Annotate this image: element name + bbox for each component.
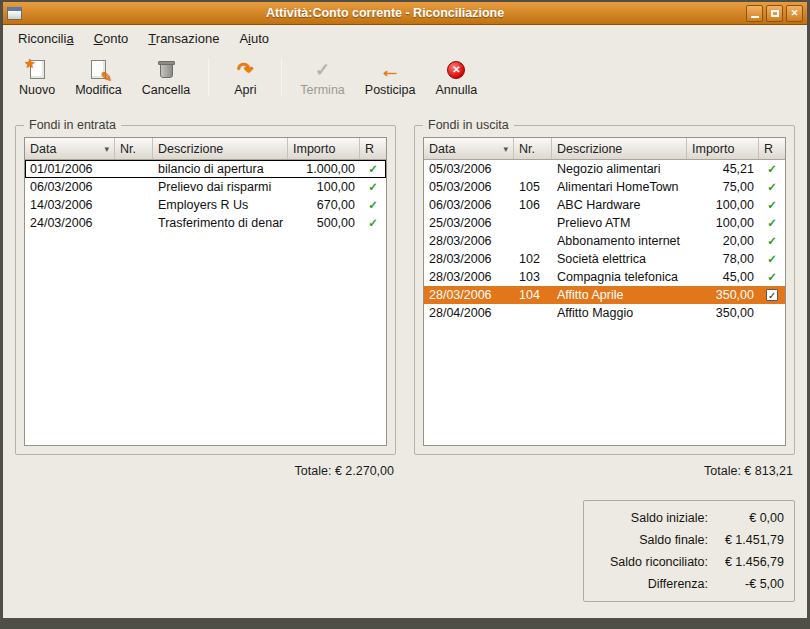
window-frame: Attività:Conto corrente - Riconciliazion… <box>0 0 810 629</box>
titlebar[interactable]: Attività:Conto corrente - Riconciliazion… <box>3 2 807 25</box>
cell-amount: 670,00 <box>288 198 360 212</box>
summary-value: € 1.451,79 <box>714 533 784 547</box>
column-header-description[interactable]: Descrizione <box>552 138 687 159</box>
table-row[interactable]: 28/03/2006 102 Società elettrica 78,00 ✓ <box>424 250 785 268</box>
trash-icon <box>154 58 178 82</box>
cell-date: 05/03/2006 <box>424 180 514 194</box>
new-button-label: Nuovo <box>19 83 55 97</box>
column-header-date[interactable]: Data▾ <box>25 138 115 159</box>
column-header-amount[interactable]: Importo <box>288 138 360 159</box>
check-icon: ✓ <box>368 199 378 211</box>
main-content: Fondi in entrata Data▾ Nr. Descrizione I… <box>3 103 807 618</box>
summary-label: Saldo riconciliato: <box>594 555 708 569</box>
cell-date: 28/03/2006 <box>424 234 514 248</box>
close-button[interactable]: ✕ <box>786 5 803 22</box>
minimize-icon <box>751 16 759 18</box>
cell-reconciled: ✓ <box>360 198 386 212</box>
cell-date: 28/04/2006 <box>424 306 514 320</box>
cancel-button[interactable]: ✕ Annulla <box>428 54 486 100</box>
finish-check-icon: ✓ <box>311 58 335 82</box>
minimize-button[interactable] <box>746 5 763 22</box>
cell-amount: 350,00 <box>687 288 759 302</box>
cancel-stop-icon: ✕ <box>444 58 468 82</box>
sort-dropdown-icon[interactable]: ▾ <box>104 144 109 154</box>
delete-button[interactable]: Cancella <box>134 54 199 100</box>
cell-date: 24/03/2006 <box>25 216 115 230</box>
check-icon: ✓ <box>766 289 778 301</box>
open-button[interactable]: ↷ Apri <box>219 54 271 100</box>
table-row[interactable]: 28/03/2006 104 Affitto Aprile 350,00 ✓ <box>424 286 785 304</box>
table-row[interactable]: 24/03/2006 Trasferimento di denar 500,00… <box>25 214 386 232</box>
cell-reconciled: ✓ <box>759 198 785 212</box>
funds-out-table: Data▾ Nr. Descrizione Importo R 05/03/20… <box>423 137 786 446</box>
edit-button[interactable]: ✎ Modifica <box>67 54 130 100</box>
cell-description: Prelievo dai risparmi <box>153 180 288 194</box>
cell-description: Società elettrica <box>552 252 687 266</box>
funds-in-body: 01/01/2006 bilancio di apertura 1.000,00… <box>25 160 386 445</box>
table-row[interactable]: 28/03/2006 Abbonamento internet 20,00 ✓ <box>424 232 785 250</box>
cell-reconciled: ✓ <box>759 288 785 302</box>
cell-amount: 78,00 <box>687 252 759 266</box>
funds-out-section: Fondi in uscita Data▾ Nr. Descrizione Im… <box>414 117 795 602</box>
reconcile-window: Attività:Conto corrente - Riconciliazion… <box>3 2 807 618</box>
column-header-nr[interactable]: Nr. <box>514 138 552 159</box>
funds-in-groupbox: Fondi in entrata Data▾ Nr. Descrizione I… <box>15 125 396 455</box>
funds-out-groupbox: Fondi in uscita Data▾ Nr. Descrizione Im… <box>414 125 795 455</box>
column-header-date[interactable]: Data▾ <box>424 138 514 159</box>
menu-transazione[interactable]: Transazione <box>139 28 228 49</box>
cell-reconciled: ✓ <box>360 180 386 194</box>
finish-button-label: Termina <box>300 83 344 97</box>
funds-in-table: Data▾ Nr. Descrizione Importo R 01/01/20… <box>24 137 387 446</box>
cell-description: Trasferimento di denar <box>153 216 288 230</box>
cell-date: 14/03/2006 <box>25 198 115 212</box>
column-header-reconciled[interactable]: R <box>759 138 785 159</box>
check-icon: ✓ <box>767 271 777 283</box>
cell-amount: 75,00 <box>687 180 759 194</box>
window-menu-icon[interactable] <box>7 7 22 20</box>
funds-out-total: Totale: € 813,21 <box>414 464 795 478</box>
postpone-button[interactable]: ← Posticipa <box>357 54 424 100</box>
check-icon: ✓ <box>767 217 777 229</box>
table-row[interactable]: 06/03/2006 106 ABC Hardware 100,00 ✓ <box>424 196 785 214</box>
cell-date: 28/03/2006 <box>424 288 514 302</box>
cell-amount: 1.000,00 <box>288 162 360 176</box>
balance-summary: Saldo iniziale: € 0,00 Saldo finale: € 1… <box>583 500 795 602</box>
check-icon: ✓ <box>767 253 777 265</box>
cell-amount: 100,00 <box>288 180 360 194</box>
column-header-nr[interactable]: Nr. <box>115 138 153 159</box>
table-row[interactable]: 14/03/2006 Employers R Us 670,00 ✓ <box>25 196 386 214</box>
table-row[interactable]: 05/03/2006 Negozio alimentari 45,21 ✓ <box>424 160 785 178</box>
table-row[interactable]: 06/03/2006 Prelievo dai risparmi 100,00 … <box>25 178 386 196</box>
menu-aiuto[interactable]: Aiuto <box>230 28 278 49</box>
column-header-reconciled[interactable]: R <box>360 138 386 159</box>
jump-arrow-icon: ↷ <box>233 58 257 82</box>
cell-nr: 103 <box>514 270 552 284</box>
cell-amount: 45,21 <box>687 162 759 176</box>
edit-button-label: Modifica <box>75 83 122 97</box>
cell-nr: 102 <box>514 252 552 266</box>
postpone-button-label: Posticipa <box>365 83 416 97</box>
menu-riconcilia[interactable]: Riconcilia <box>9 28 83 49</box>
column-header-description[interactable]: Descrizione <box>153 138 288 159</box>
table-row[interactable]: 28/03/2006 103 Compagnia telefonica 45,0… <box>424 268 785 286</box>
new-button[interactable]: ★ Nuovo <box>11 54 63 100</box>
check-icon: ✓ <box>368 163 378 175</box>
menu-conto[interactable]: Conto <box>85 28 138 49</box>
sort-dropdown-icon[interactable]: ▾ <box>503 144 508 154</box>
table-row[interactable]: 28/04/2006 Affitto Maggio 350,00 <box>424 304 785 322</box>
toolbar: ★ Nuovo ✎ Modifica Cancella ↷ Apri ✓ Ter… <box>3 51 807 103</box>
cell-amount: 20,00 <box>687 234 759 248</box>
summary-value: € 1.456,79 <box>714 555 784 569</box>
left-arrow-icon: ← <box>378 58 402 82</box>
cell-date: 01/01/2006 <box>25 162 115 176</box>
menubar: Riconcilia Conto Transazione Aiuto <box>3 25 807 51</box>
close-icon: ✕ <box>791 8 799 18</box>
finish-button: ✓ Termina <box>292 54 352 100</box>
table-row[interactable]: 01/01/2006 bilancio di apertura 1.000,00… <box>25 160 386 178</box>
maximize-button[interactable] <box>766 5 783 22</box>
cell-reconciled: ✓ <box>759 162 785 176</box>
table-row[interactable]: 25/03/2006 Prelievo ATM 100,00 ✓ <box>424 214 785 232</box>
column-header-amount[interactable]: Importo <box>687 138 759 159</box>
table-row[interactable]: 05/03/2006 105 Alimentari HomeTown 75,00… <box>424 178 785 196</box>
funds-out-body: 05/03/2006 Negozio alimentari 45,21 ✓ 05… <box>424 160 785 445</box>
